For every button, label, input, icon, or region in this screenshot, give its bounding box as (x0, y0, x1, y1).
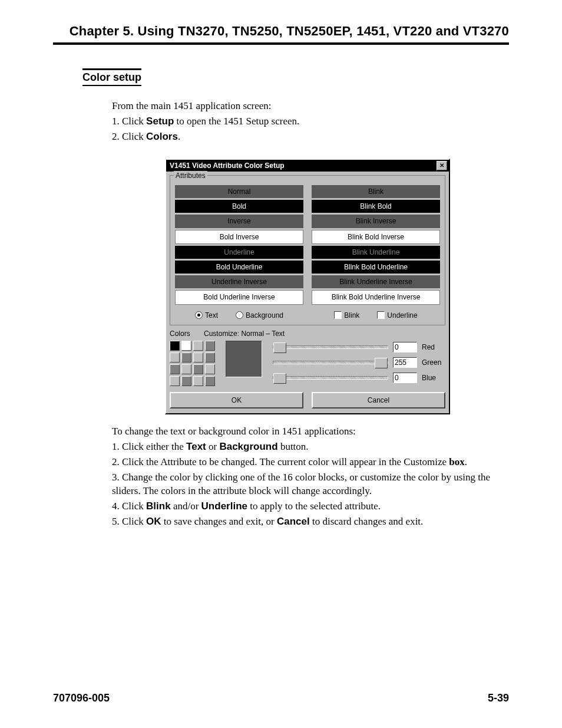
outro-step-2: 2. Click the Attribute to be changed. Th… (112, 456, 503, 469)
color-swatch[interactable] (170, 376, 180, 386)
color-swatch[interactable] (170, 364, 180, 374)
color-preview (226, 341, 262, 377)
close-icon: ✕ (439, 162, 444, 170)
radio-icon (236, 311, 243, 319)
intro-step-2: 2. Click Colors. (112, 130, 503, 144)
label-green: Green (422, 358, 445, 367)
check-blink[interactable]: Blink (334, 311, 359, 320)
attr-inverse[interactable]: Inverse (175, 215, 303, 228)
input-green[interactable] (393, 357, 417, 368)
input-blue[interactable] (393, 373, 417, 383)
footer-page-number: 5-39 (488, 692, 509, 704)
attr-blink-underline-inverse[interactable]: Blink Underline Inverse (312, 275, 440, 288)
footer-doc-number: 707096-005 (53, 692, 110, 704)
attr-underline-inverse[interactable]: Underline Inverse (175, 275, 303, 288)
dialog-title: V1451 Video Attribute Color Setup (170, 161, 285, 170)
color-swatch[interactable] (181, 376, 191, 386)
color-swatch[interactable] (193, 341, 203, 351)
color-swatch[interactable] (181, 341, 191, 351)
outro-step-3: 3. Change the color by clicking one of t… (112, 471, 503, 498)
attr-blink-bold[interactable]: Blink Bold (312, 200, 440, 213)
slider-red[interactable] (273, 345, 388, 349)
cancel-button[interactable]: Cancel (312, 392, 445, 409)
color-swatch[interactable] (193, 376, 203, 386)
customize-label: Customize: Normal – Text (204, 330, 285, 338)
attr-bold-underline[interactable]: Bold Underline (175, 261, 303, 274)
color-swatch[interactable] (181, 353, 191, 363)
attributes-groupbox: Attributes Normal Blink Bold Blink Bold … (170, 175, 445, 325)
slider-blue[interactable] (273, 376, 388, 380)
attr-bold-inverse[interactable]: Bold Inverse (175, 230, 303, 244)
color-swatch[interactable] (181, 364, 191, 374)
attr-blink[interactable]: Blink (312, 185, 440, 198)
attr-blink-underline[interactable]: Blink Underline (312, 246, 440, 259)
outro-line: To change the text or background color i… (112, 425, 503, 439)
ok-button[interactable]: OK (170, 392, 303, 409)
intro-line: From the main 1451 application screen: (112, 100, 503, 113)
attributes-label: Attributes (174, 171, 207, 180)
input-red[interactable] (393, 342, 417, 353)
attr-bold-underline-inverse[interactable]: Bold Underline Inverse (175, 290, 303, 304)
radio-background[interactable]: Background (236, 311, 283, 320)
dialog-titlebar: V1451 Video Attribute Color Setup ✕ (166, 160, 449, 172)
attr-bold[interactable]: Bold (175, 200, 303, 213)
slider-thumb[interactable] (273, 373, 286, 384)
label-blue: Blue (422, 373, 445, 383)
attr-blink-bold-underline-inverse[interactable]: Blink Bold Underline Inverse (312, 290, 440, 304)
attr-blink-inverse[interactable]: Blink Inverse (312, 215, 440, 228)
attr-blink-bold-inverse[interactable]: Blink Bold Inverse (312, 230, 440, 244)
radio-icon (195, 311, 203, 319)
color-swatch-grid (170, 341, 215, 386)
outro-step-1: 1. Click either the Text or Background b… (112, 440, 503, 454)
outro-step-4: 4. Click Blink and/or Underline to apply… (112, 500, 503, 513)
colors-label: Colors (170, 330, 190, 338)
slider-thumb[interactable] (375, 358, 388, 368)
outro-step-5: 5. Click OK to save changes and exit, or… (112, 515, 503, 529)
color-swatch[interactable] (193, 364, 203, 374)
color-swatch[interactable] (205, 353, 215, 363)
color-swatch[interactable] (193, 353, 203, 363)
checkbox-icon (377, 311, 385, 319)
color-swatch[interactable] (170, 341, 180, 351)
attr-normal[interactable]: Normal (175, 185, 303, 198)
radio-text[interactable]: Text (195, 311, 218, 320)
attr-blink-bold-underline[interactable]: Blink Bold Underline (312, 261, 440, 274)
chapter-title: Chapter 5. Using TN3270, TN5250, TN5250E… (53, 24, 509, 45)
check-underline[interactable]: Underline (377, 311, 417, 320)
color-swatch[interactable] (205, 364, 215, 374)
color-swatch[interactable] (205, 376, 215, 386)
slider-green[interactable] (273, 361, 388, 364)
color-swatch[interactable] (205, 341, 215, 351)
slider-thumb[interactable] (273, 342, 286, 353)
section-heading: Color setup (82, 68, 141, 86)
label-red: Red (422, 342, 445, 352)
attr-underline[interactable]: Underline (175, 246, 303, 259)
close-button[interactable]: ✕ (437, 161, 447, 170)
color-setup-dialog: V1451 Video Attribute Color Setup ✕ Attr… (165, 159, 450, 414)
intro-step-1: 1. Click Setup to open the 1451 Setup sc… (112, 115, 503, 129)
checkbox-icon (334, 311, 342, 319)
color-swatch[interactable] (170, 353, 180, 363)
